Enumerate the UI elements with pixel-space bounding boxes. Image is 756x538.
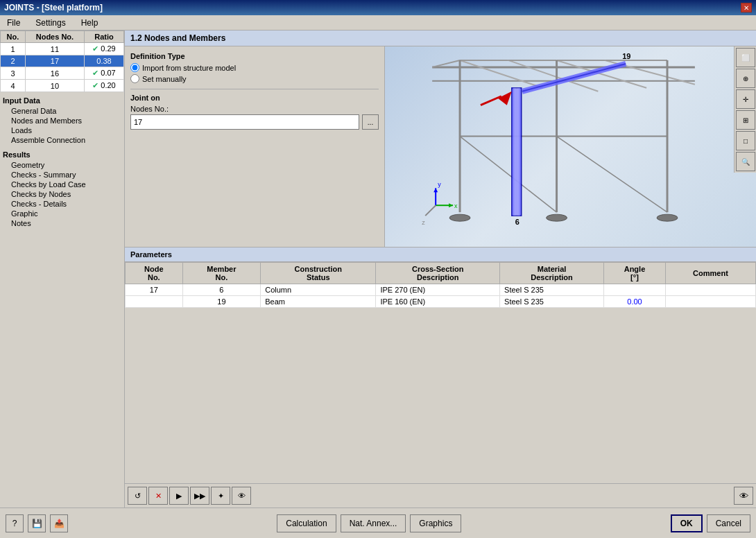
menu-bar: File Settings Help [0,15,756,31]
toolbar-refresh[interactable]: ↺ [128,487,147,505]
calculation-button[interactable]: Calculation [277,514,336,532]
svg-text:z: z [422,219,425,226]
main-layout: No. Nodes No. Ratio 1 11 ✔ 0.29 2 17 0.3… [0,31,756,507]
table-row[interactable]: 17 6 Column IPE 270 (EN) Steel S 235 [126,284,756,296]
vp-btn-zoom[interactable]: 🔍 [736,152,755,171]
nav-nodes-members[interactable]: Nodes and Members [3,116,121,125]
nodes-browse-button[interactable]: ... [362,114,379,130]
cell-comment [665,296,755,308]
structure-svg: 19 6 x y z [385,46,756,247]
vp-btn-5[interactable]: □ [736,131,755,150]
cancel-button[interactable]: Cancel [707,514,750,532]
vp-btn-4[interactable]: ⊞ [736,110,755,130]
row-no: 3 [1,67,26,80]
cell-material: Steel S 235 [500,284,604,296]
svg-line-17 [460,137,557,213]
radio-import-input[interactable] [130,63,139,72]
nodes-input[interactable] [130,114,359,130]
row-no: 1 [1,43,26,55]
cell-cross-section: IPE 270 (EN) [376,284,500,296]
vp-btn-2[interactable]: ⊕ [736,69,755,88]
export-button[interactable]: 📤 [50,514,68,532]
radio-import[interactable]: Import from structure model [130,63,379,72]
table-row[interactable]: 2 17 0.38 [1,55,124,67]
close-button[interactable]: ✕ [741,3,752,12]
divider [130,89,379,89]
form-area: Definition Type Import from structure mo… [125,46,385,247]
ok-button[interactable]: OK [671,514,703,532]
title-bar: JOINTS - [Steel platform] ✕ [0,0,756,15]
nav-checks-summary[interactable]: Checks - Summary [3,170,121,180]
params-toolbar: ↺ ✕ ▶ ▶▶ ✦ 👁 👁 [125,483,756,507]
right-panel: 1.2 Nodes and Members Definition Type Im… [125,31,756,507]
vp-btn-3[interactable]: ✛ [736,89,755,109]
definition-type-label: Definition Type [130,52,379,60]
params-table: NodeNo. MemberNo. ConstructionStatus Cro… [125,262,756,308]
cell-construction: Beam [261,296,376,308]
input-data-label: Input Data [3,95,121,106]
left-panel: No. Nodes No. Ratio 1 11 ✔ 0.29 2 17 0.3… [0,31,125,507]
cell-member-no: 19 [182,296,261,308]
svg-point-15 [547,214,567,221]
th-material: MaterialDescription [500,263,604,284]
svg-marker-33 [433,188,438,192]
cell-node-no: 17 [126,284,183,296]
table-row[interactable]: 4 10 ✔ 0.20 [1,80,124,92]
cell-comment [665,284,755,296]
table-row[interactable]: 1 11 ✔ 0.29 [1,43,124,55]
toolbar-delete[interactable]: ✕ [148,487,168,505]
nav-loads[interactable]: Loads [3,125,121,135]
svg-line-35 [425,205,436,216]
row-ratio: 0.38 [84,55,123,67]
nat-annex-button[interactable]: Nat. Annex... [341,514,406,532]
check-icon: ✔ [92,81,98,89]
radio-import-label: Import from structure model [142,64,236,72]
row-nodes: 16 [25,67,84,80]
toolbar-next-all[interactable]: ▶▶ [190,487,209,505]
nav-assemble[interactable]: Assemble Connection [3,135,121,145]
cell-cross-section: IPE 160 (EN) [376,296,500,308]
th-comment: Comment [665,263,755,284]
svg-point-14 [449,214,470,221]
svg-text:x: x [454,202,458,209]
nav-graphic[interactable]: Graphic [3,209,121,218]
nodes-no-label: Nodes No.: [130,105,379,113]
th-node-no: NodeNo. [126,263,183,284]
svg-text:y: y [438,181,441,188]
nav-checks-details[interactable]: Checks - Details [3,199,121,209]
params-section: Parameters NodeNo. MemberNo. Constructio… [125,248,756,507]
cell-angle [604,284,666,296]
row-ratio: ✔ 0.20 [84,80,123,92]
menu-settings[interactable]: Settings [31,17,69,29]
nav-general-data[interactable]: General Data [3,106,121,116]
save-button[interactable]: 💾 [28,514,46,532]
radio-manual-label: Set manually [142,75,187,83]
bottom-bar: ? 💾 📤 Calculation Nat. Annex... Graphics… [0,507,756,538]
menu-file[interactable]: File [3,17,24,29]
radio-manual-input[interactable] [130,74,139,83]
radio-manual[interactable]: Set manually [130,74,379,83]
svg-text:6: 6 [515,218,519,226]
table-row[interactable]: 3 16 ✔ 0.07 [1,67,124,80]
svg-line-18 [557,137,667,213]
table-scroll[interactable]: NodeNo. MemberNo. ConstructionStatus Cro… [125,262,756,483]
menu-help[interactable]: Help [77,17,103,29]
nav-checks-nodes[interactable]: Checks by Nodes [3,189,121,199]
table-row[interactable]: 19 Beam IPE 160 (EN) Steel S 235 0.00 [126,296,756,308]
row-nodes: 10 [25,80,84,92]
viewport-buttons: ⬜ ⊕ ✛ ⊞ □ 🔍 [734,46,756,173]
col-ratio: Ratio [84,31,123,43]
nav-checks-load[interactable]: Checks by Load Case [3,180,121,189]
toolbar-eye-right[interactable]: 👁 [734,487,753,505]
toolbar-next[interactable]: ▶ [169,487,189,505]
nav-notes[interactable]: Notes [3,218,121,228]
nav-geometry[interactable]: Geometry [3,160,121,170]
toolbar-special[interactable]: ✦ [211,487,230,505]
vp-btn-1[interactable]: ⬜ [736,48,755,67]
row-no: 2 [1,55,26,67]
th-construction: ConstructionStatus [261,263,376,284]
toolbar-view[interactable]: 👁 [232,487,251,505]
graphics-button[interactable]: Graphics [410,514,461,532]
th-angle: Angle[°] [604,263,666,284]
help-button[interactable]: ? [6,514,24,532]
